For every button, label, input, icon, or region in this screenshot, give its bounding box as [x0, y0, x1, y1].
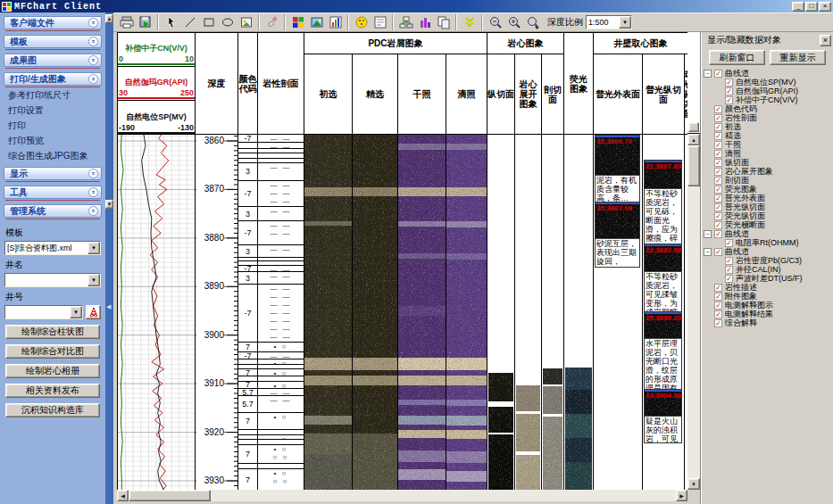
expander-minus-icon[interactable]: −: [704, 70, 712, 78]
color-blocks-icon[interactable]: [288, 13, 307, 31]
sidebar-scroll-up-button[interactable]: ▲: [105, 14, 113, 23]
checkbox-icon[interactable]: ✓: [714, 159, 722, 167]
checkbox-icon[interactable]: ✓: [714, 168, 722, 176]
tree-item[interactable]: ✓精选: [702, 131, 833, 140]
flowchart-icon[interactable]: [396, 13, 415, 31]
chevron-down-icon[interactable]: »: [88, 37, 98, 46]
print-icon[interactable]: [117, 13, 136, 31]
checkbox-icon[interactable]: ✓: [714, 150, 722, 158]
tree-item[interactable]: ✓荧光纵切面: [702, 211, 833, 220]
chevrons-down-icon[interactable]: [460, 13, 479, 31]
cursor-icon[interactable]: [162, 13, 180, 31]
checkbox-icon[interactable]: ✓: [714, 132, 722, 140]
horizontal-scroll-thumb[interactable]: [129, 490, 211, 501]
refresh-window-button[interactable]: 刷新窗口: [709, 50, 765, 65]
action-button[interactable]: 绘制综合柱状图: [5, 325, 100, 339]
form-icon[interactable]: [371, 13, 389, 31]
checkbox-icon[interactable]: ✓: [725, 266, 733, 274]
chevron-down-icon[interactable]: »: [88, 18, 98, 28]
line-icon[interactable]: [180, 13, 199, 31]
tree-item[interactable]: ✓综合解释: [702, 318, 833, 327]
chart-corner-button[interactable]: [688, 122, 699, 132]
chart-vertical-scrollbar[interactable]: ▲ ▼: [687, 134, 700, 490]
image-frame-icon[interactable]: [237, 13, 255, 31]
chevron-down-icon[interactable]: ▼: [70, 306, 82, 318]
checkbox-icon[interactable]: ✓: [714, 141, 722, 149]
checkbox-icon[interactable]: ✓: [714, 203, 722, 211]
tree-item[interactable]: ✓初选: [702, 122, 833, 131]
tree-item[interactable]: ✓电阻率Rt(OHMM): [702, 238, 833, 247]
chevron-down-icon[interactable]: ▼: [87, 242, 100, 254]
tree-item[interactable]: ✓颜色代码: [702, 104, 833, 113]
chevron-down-icon[interactable]: ▼: [619, 16, 631, 29]
splitter-collapse-arrow-icon[interactable]: ◀: [106, 303, 111, 310]
palette-icon[interactable]: [352, 13, 371, 31]
core-photo-thumbnail[interactable]: 22.3882.58: [645, 246, 681, 271]
bar-chart-icon[interactable]: [415, 13, 434, 31]
depth-scale-select[interactable]: 1:500▼: [586, 15, 632, 29]
sidebar-group-4[interactable]: 显示»: [4, 167, 102, 180]
sidebar-scroll-down-button[interactable]: ▼: [105, 200, 113, 209]
checkbox-icon[interactable]: ✓: [714, 186, 722, 194]
checkbox-icon[interactable]: ✓: [714, 123, 722, 131]
chevron-down-icon[interactable]: »: [88, 169, 98, 178]
picture-icon[interactable]: [307, 13, 326, 31]
sidebar-item[interactable]: 参考打印纸尺寸: [0, 87, 105, 103]
scroll-up-button[interactable]: ▲: [687, 134, 700, 145]
zoom-in-icon[interactable]: [504, 13, 523, 31]
tree-item[interactable]: ✓电测解释结果: [702, 310, 833, 318]
sidebar-group-5[interactable]: 工具»: [4, 186, 102, 199]
checkbox-icon[interactable]: ✓: [714, 230, 722, 238]
tree-item[interactable]: ✓岩心展开图象: [702, 167, 833, 176]
sidebar-item[interactable]: 综合图生成JPG图象: [0, 148, 105, 163]
tree-item[interactable]: ✓普光纵切面: [702, 202, 833, 211]
chevron-down-icon[interactable]: ▼: [87, 274, 100, 286]
checkbox-icon[interactable]: ✓: [714, 114, 722, 122]
core-photo-thumbnail[interactable]: 35.3867.08: [596, 204, 639, 238]
tree-item[interactable]: ✓岩性描述: [702, 283, 833, 292]
sidebar-group-0[interactable]: 客户端文件»: [4, 16, 102, 29]
brush-icon[interactable]: [262, 13, 281, 31]
core-photo-thumbnail[interactable]: 35.3860.70: [596, 137, 639, 175]
chevron-down-icon[interactable]: »: [88, 55, 98, 65]
checkbox-icon[interactable]: ✓: [714, 248, 722, 256]
sidebar-group-6[interactable]: 管理系统»: [4, 204, 102, 218]
tree-item[interactable]: ✓干照: [702, 140, 833, 149]
sidebar-item[interactable]: 打印预览: [0, 133, 105, 148]
core-photo-thumbnail[interactable]: 21.3867.80: [645, 162, 681, 188]
checkbox-icon[interactable]: ✓: [714, 70, 722, 78]
tree-item[interactable]: ✓荧光图象: [702, 185, 833, 194]
scroll-left-button[interactable]: ◀: [117, 490, 129, 501]
checkbox-icon[interactable]: ✓: [714, 194, 722, 202]
sidebar-group-1[interactable]: 模板»: [4, 35, 102, 48]
expander-minus-icon[interactable]: −: [704, 248, 712, 256]
checkbox-icon[interactable]: ✓: [714, 177, 722, 185]
chart-horizontal-scrollbar[interactable]: ◀ ▶: [117, 490, 687, 501]
checkbox-icon[interactable]: ✓: [725, 78, 733, 87]
expander-minus-icon[interactable]: −: [704, 230, 712, 238]
action-button[interactable]: 绘制综合对比图: [5, 344, 100, 359]
zoom-out-icon[interactable]: [486, 13, 504, 31]
action-button[interactable]: 绘制岩心相册: [5, 364, 100, 378]
checkbox-icon[interactable]: ✓: [725, 257, 733, 265]
checkbox-icon[interactable]: ✓: [714, 293, 722, 301]
tree-item[interactable]: ✓滴照: [702, 149, 833, 158]
tree-item[interactable]: ✓岩性剖面: [702, 113, 833, 122]
derrick-icon[interactable]: [86, 305, 101, 319]
scroll-right-button[interactable]: ▶: [676, 490, 687, 501]
checkbox-icon[interactable]: ✓: [714, 105, 722, 113]
sidebar-item[interactable]: 打印设置: [0, 103, 105, 118]
tree-item[interactable]: ✓荧光横断面: [702, 220, 833, 229]
core-photo-thumbnail[interactable]: 25.3890.20: [645, 314, 681, 338]
minimize-button[interactable]: _: [792, 2, 804, 12]
checkbox-icon[interactable]: ✓: [714, 319, 722, 327]
well-name-select[interactable]: ▼: [4, 273, 101, 287]
checkbox-icon[interactable]: ✓: [714, 302, 722, 310]
sidebar-group-2[interactable]: 成果图»: [4, 54, 102, 67]
sidebar-group-3[interactable]: 打印/生成图象»: [4, 72, 102, 86]
sidebar-splitter[interactable]: ▲ ▼ ◀: [105, 12, 113, 504]
chevron-down-icon[interactable]: »: [88, 187, 98, 197]
well-no-select[interactable]: ▼: [4, 305, 83, 319]
ellipse-icon[interactable]: [218, 13, 237, 31]
tree-item[interactable]: ✓普光外表面: [702, 194, 833, 202]
